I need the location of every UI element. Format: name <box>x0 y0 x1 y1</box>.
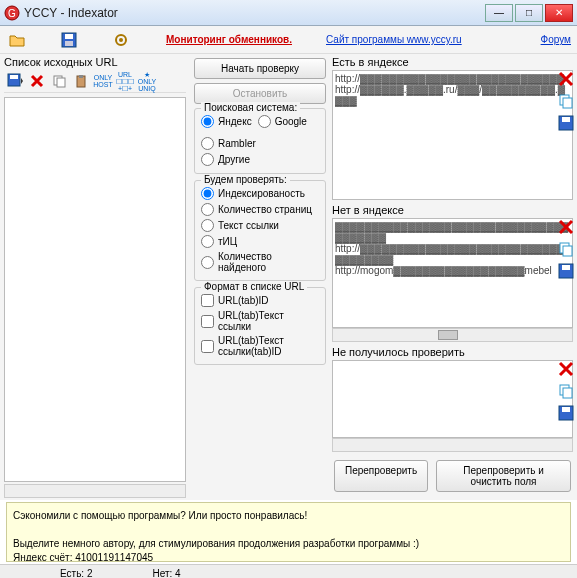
radio-yandex[interactable]: Яндекс <box>201 115 252 128</box>
svg-rect-4 <box>65 41 73 46</box>
radio-found[interactable]: Количество найденого <box>201 251 319 273</box>
save-notindexed-icon[interactable] <box>557 262 575 280</box>
svg-rect-24 <box>562 407 570 412</box>
radio-indexed[interactable]: Индексированость <box>201 187 319 200</box>
format-group-label: Формат в списке URL <box>201 281 307 292</box>
svg-rect-16 <box>562 117 570 122</box>
radio-linktext[interactable]: Текст ссылки <box>201 219 319 232</box>
svg-rect-8 <box>10 75 18 79</box>
source-url-label: Список исходных URL <box>4 56 186 68</box>
copy-indexed-icon[interactable] <box>557 92 575 110</box>
copy-failed-icon[interactable] <box>557 382 575 400</box>
monitoring-link[interactable]: Мониторинг обменников. <box>166 34 292 45</box>
clear-notindexed-icon[interactable] <box>557 218 575 236</box>
info-line2: Выделите немного автору, для стимулирова… <box>13 537 564 551</box>
svg-text:G: G <box>8 8 16 19</box>
svg-rect-20 <box>562 265 570 270</box>
middle-panel: Начать проверку Остановить Поисковая сис… <box>190 54 330 500</box>
result-indexed-label: Есть в яндексе <box>332 56 573 68</box>
info-line1: Сэкономили с помощью программы? Или прос… <box>13 509 564 523</box>
bottom-buttons: Перепроверить Перепроверить и очистить п… <box>332 456 573 496</box>
radio-pages[interactable]: Количество страниц <box>201 203 319 216</box>
result-failed-label: Не получилось проверить <box>332 346 573 358</box>
maximize-button[interactable]: □ <box>515 4 543 22</box>
paste-icon[interactable] <box>72 72 90 90</box>
save-icon[interactable] <box>58 29 80 51</box>
settings-icon[interactable] <box>110 29 132 51</box>
radio-rambler[interactable]: Rambler <box>201 137 256 150</box>
result-notindexed-block: Нет в яндексе ▓▓▓▓▓▓▓▓▓▓▓▓▓▓▓▓▓▓▓▓▓▓▓▓▓▓… <box>332 204 573 342</box>
result-failed-box[interactable] <box>332 360 573 438</box>
only-uniq-icon[interactable]: ★ONLYUNIQ <box>138 72 156 90</box>
source-url-list[interactable] <box>4 97 186 482</box>
recheck-button[interactable]: Перепроверить <box>334 460 428 492</box>
clear-failed-icon[interactable] <box>557 360 575 378</box>
format-group: Формат в списке URL URL(tab)ID URL(tab)Т… <box>194 287 326 365</box>
status-no: Нет: 4 <box>152 568 180 578</box>
radio-tic[interactable]: тИЦ <box>201 235 319 248</box>
info-line3: Яндекс счёт: 41001191147045 <box>13 551 564 562</box>
result-indexed-block: Есть в яндексе http://▓▓▓▓▓▓▓▓▓▓▓▓▓▓▓▓▓▓… <box>332 56 573 200</box>
radio-google[interactable]: Google <box>258 115 307 128</box>
svg-rect-14 <box>563 98 572 108</box>
svg-rect-22 <box>563 388 572 398</box>
search-engine-label: Поисковая система: <box>201 102 300 113</box>
only-host-icon[interactable]: ONLYHOST <box>94 72 112 90</box>
copy-notindexed-icon[interactable] <box>557 240 575 258</box>
close-button[interactable]: ✕ <box>545 4 573 22</box>
check-group-label: Будем проверять: <box>201 174 290 185</box>
copy-icon[interactable] <box>50 72 68 90</box>
radio-other[interactable]: Другие <box>201 153 319 166</box>
status-yes: Есть: 2 <box>60 568 92 578</box>
start-check-button[interactable]: Начать проверку <box>194 58 326 79</box>
svg-rect-10 <box>57 78 65 87</box>
top-toolbar: Мониторинг обменников. Сайт программы ww… <box>0 26 577 54</box>
svg-rect-18 <box>563 246 572 256</box>
app-icon: G <box>4 5 20 21</box>
status-bar: Есть: 2 Нет: 4 <box>0 564 577 578</box>
minimize-button[interactable]: — <box>485 4 513 22</box>
result-notindexed-box[interactable]: ▓▓▓▓▓▓▓▓▓▓▓▓▓▓▓▓▓▓▓▓▓▓▓▓▓▓▓▓▓▓▓▓▓▓▓▓▓▓▓ … <box>332 218 573 328</box>
notindexed-hscrollbar[interactable] <box>332 328 573 342</box>
right-panel: Есть в яндексе http://▓▓▓▓▓▓▓▓▓▓▓▓▓▓▓▓▓▓… <box>330 54 577 500</box>
left-hscrollbar[interactable] <box>4 484 186 498</box>
svg-rect-12 <box>79 75 83 78</box>
forum-link[interactable]: Форум <box>541 34 571 45</box>
stop-button[interactable]: Остановить <box>194 83 326 104</box>
svg-rect-3 <box>65 34 73 39</box>
donation-info-box: Сэкономили с помощью программы? Или прос… <box>6 502 571 562</box>
svg-point-6 <box>119 38 123 42</box>
check-group: Будем проверять: Индексированость Количе… <box>194 180 326 281</box>
save-indexed-icon[interactable] <box>557 114 575 132</box>
clear-indexed-icon[interactable] <box>557 70 575 88</box>
recheck-clear-button[interactable]: Перепроверить и очистить поля <box>436 460 571 492</box>
window-titlebar: G YCCY - Indexator — □ ✕ <box>0 0 577 26</box>
left-toolbar: ONLYHOST URL☐☐☐+☐+ ★ONLYUNIQ <box>4 70 186 93</box>
search-engine-group: Поисковая система: Яндекс Google Rambler… <box>194 108 326 174</box>
chk-fmt1[interactable]: URL(tab)ID <box>201 294 319 307</box>
save-failed-icon[interactable] <box>557 404 575 422</box>
left-panel: Список исходных URL ONLYHOST URL☐☐☐+☐+ ★… <box>0 54 190 500</box>
delete-icon[interactable] <box>28 72 46 90</box>
result-indexed-box[interactable]: http://▓▓▓▓▓▓▓▓▓▓▓▓▓▓▓▓▓▓▓▓▓▓▓▓▓▓▓▓ http… <box>332 70 573 200</box>
result-failed-block: Не получилось проверить <box>332 346 573 452</box>
url-add-icon[interactable]: URL☐☐☐+☐+ <box>116 72 134 90</box>
main-area: Список исходных URL ONLYHOST URL☐☐☐+☐+ ★… <box>0 54 577 500</box>
site-link[interactable]: Сайт программы www.yccy.ru <box>326 34 462 45</box>
chk-fmt3[interactable]: URL(tab)Текст ссылки(tab)ID <box>201 335 319 357</box>
chk-fmt2[interactable]: URL(tab)Текст ссылки <box>201 310 319 332</box>
open-folder-icon[interactable] <box>6 29 28 51</box>
save-dropdown-icon[interactable] <box>6 72 24 90</box>
failed-hscrollbar[interactable] <box>332 438 573 452</box>
window-title: YCCY - Indexator <box>24 6 485 20</box>
result-notindexed-label: Нет в яндексе <box>332 204 573 216</box>
